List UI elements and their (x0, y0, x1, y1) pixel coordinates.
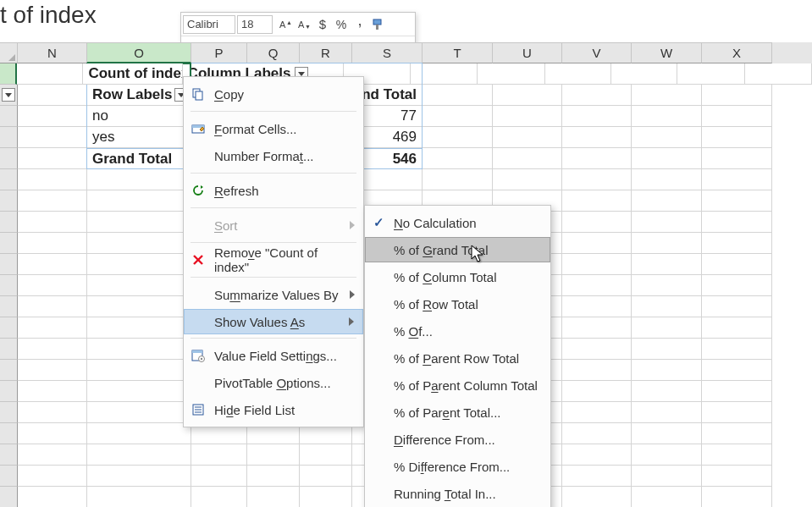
row-header[interactable] (0, 423, 18, 444)
format-painter-icon[interactable] (369, 14, 388, 35)
cell[interactable] (702, 212, 772, 233)
ctx-copy[interactable]: Copy (184, 80, 363, 107)
cell[interactable] (702, 85, 772, 106)
sub-pct-difference-from[interactable]: % Difference From... (365, 453, 550, 480)
ctx-number-format[interactable]: Number Format... (184, 142, 363, 169)
cell[interactable] (18, 381, 87, 402)
cell[interactable] (702, 339, 772, 360)
cell[interactable] (18, 148, 87, 169)
cell[interactable] (478, 63, 544, 85)
cell[interactable] (191, 487, 247, 507)
row-header[interactable] (0, 254, 18, 275)
font-size-combo[interactable]: 18 (237, 15, 273, 34)
cell[interactable] (632, 339, 702, 360)
cell[interactable] (702, 360, 772, 381)
percent-format-icon[interactable]: % (332, 14, 351, 35)
sub-difference-from[interactable]: Difference From... (365, 426, 550, 453)
cell[interactable] (562, 190, 632, 212)
cell[interactable] (17, 63, 83, 85)
cell[interactable] (562, 339, 632, 360)
cell[interactable] (87, 402, 191, 423)
cell[interactable] (702, 487, 772, 507)
cell[interactable] (18, 423, 87, 444)
cell[interactable] (562, 127, 632, 148)
cell[interactable] (702, 423, 772, 444)
cell[interactable] (562, 466, 632, 487)
cell[interactable] (632, 106, 702, 127)
cell[interactable] (632, 212, 702, 233)
cell[interactable] (702, 233, 772, 254)
row-header[interactable] (0, 466, 18, 487)
cell[interactable] (632, 169, 702, 190)
col-header-S[interactable]: S (352, 42, 423, 63)
cell[interactable] (18, 275, 87, 296)
ctx-summarize[interactable]: Summarize Values By (184, 281, 363, 308)
cell[interactable] (18, 127, 87, 148)
cell[interactable] (87, 487, 191, 507)
cell[interactable] (87, 339, 191, 360)
cell[interactable] (562, 106, 632, 127)
cell[interactable] (632, 423, 702, 444)
cell[interactable] (632, 85, 702, 106)
cell[interactable] (18, 169, 87, 190)
cell[interactable] (702, 466, 772, 487)
cell[interactable] (562, 254, 632, 275)
cell[interactable] (562, 444, 632, 466)
cell[interactable] (18, 212, 87, 233)
cell[interactable] (632, 466, 702, 487)
col-header-U[interactable]: U (493, 42, 562, 63)
cell[interactable] (493, 85, 562, 106)
cell[interactable] (493, 127, 562, 148)
row-header[interactable] (0, 296, 18, 317)
cell[interactable] (18, 487, 87, 507)
row-header[interactable] (0, 233, 18, 254)
cell[interactable] (702, 381, 772, 402)
sub-pct-parent-row[interactable]: % of Parent Row Total (365, 344, 550, 372)
cell[interactable] (562, 402, 632, 423)
cell[interactable] (191, 466, 247, 487)
cell[interactable] (562, 487, 632, 507)
cell[interactable] (87, 423, 191, 444)
cell[interactable] (18, 106, 87, 127)
cell[interactable] (632, 148, 702, 169)
ctx-hide-field-list[interactable]: Hide Field List (184, 396, 363, 423)
col-header-N[interactable]: N (18, 42, 87, 63)
cell[interactable] (562, 85, 632, 106)
cell[interactable] (300, 444, 352, 466)
cell[interactable] (702, 402, 772, 423)
cell[interactable] (562, 148, 632, 169)
cell[interactable] (87, 190, 191, 212)
cell[interactable] (18, 317, 87, 339)
row-header[interactable] (0, 339, 18, 360)
cell[interactable] (677, 63, 744, 85)
pivot-count-header[interactable]: Count of index (83, 63, 182, 85)
decrease-font-icon[interactable]: A▼ (295, 14, 313, 35)
row-header[interactable] (0, 212, 18, 233)
pivot-row-label[interactable]: no (87, 106, 191, 127)
cell[interactable] (611, 63, 677, 85)
cell[interactable] (562, 381, 632, 402)
cell[interactable] (18, 254, 87, 275)
cell[interactable] (562, 317, 632, 339)
cell[interactable] (423, 169, 493, 190)
cell[interactable] (702, 296, 772, 317)
pivot-row-label[interactable]: yes (87, 127, 191, 148)
col-header-Q[interactable]: Q (247, 42, 300, 63)
cell[interactable] (87, 275, 191, 296)
cell[interactable] (702, 254, 772, 275)
cell[interactable] (632, 317, 702, 339)
cell[interactable] (632, 444, 702, 466)
cell[interactable] (702, 190, 772, 212)
cell[interactable] (18, 85, 87, 106)
cell[interactable] (702, 169, 772, 190)
comma-format-icon[interactable]: , (351, 14, 369, 35)
row-header[interactable] (0, 444, 18, 466)
col-header-W[interactable]: W (632, 42, 702, 63)
cell[interactable] (18, 296, 87, 317)
cell[interactable] (702, 275, 772, 296)
row-header[interactable] (0, 487, 18, 507)
cell[interactable] (87, 169, 191, 190)
ctx-pivot-options[interactable]: PivotTable Options... (184, 369, 363, 396)
sub-pct-row-total[interactable]: % of Row Total (365, 290, 550, 317)
cell[interactable] (562, 423, 632, 444)
